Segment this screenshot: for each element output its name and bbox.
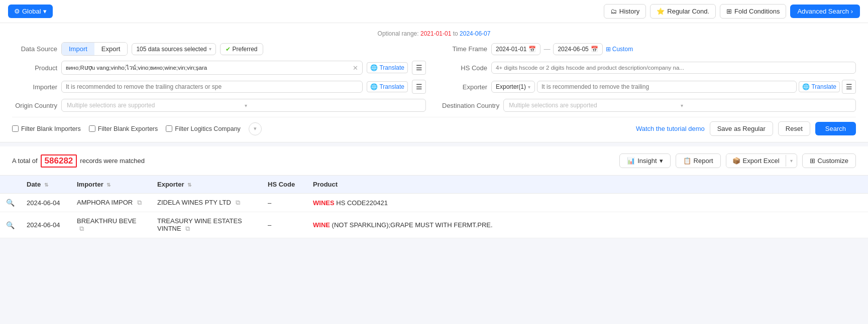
exporter-text-input[interactable] bbox=[541, 83, 792, 90]
filter-blank-importers-label[interactable]: Filter Blank Importers bbox=[12, 125, 81, 132]
col-importer-header: Importer ⇅ bbox=[71, 176, 151, 194]
chevron-down-icon: ▾ bbox=[245, 103, 420, 108]
importer-text-input[interactable] bbox=[66, 83, 358, 90]
regular-cond-label: Regular Cond. bbox=[667, 8, 709, 15]
date-from-input[interactable]: 2024-01-01 📅 bbox=[491, 43, 540, 55]
date-to-value: 2024-06-05 bbox=[558, 46, 588, 53]
product-input[interactable]: вино;Rượu vang;vinho;ไวน์;vino;вино;wine… bbox=[61, 61, 363, 75]
search-icon[interactable]: 🔍 bbox=[6, 199, 15, 207]
custom-label: Custom bbox=[612, 46, 633, 53]
range-from: 2021-01-01 bbox=[420, 30, 451, 37]
export-excel-arrow[interactable]: ▾ bbox=[786, 155, 797, 167]
global-button[interactable]: ⚙ Global ▾ bbox=[8, 5, 53, 18]
regular-cond-button[interactable]: ⭐ Regular Cond. bbox=[650, 4, 716, 19]
col-date-header: Date ⇅ bbox=[21, 176, 71, 194]
results-actions: 📊 Insight ▾ 📋 Report 📦 Export Excel ▾ ⊞ … bbox=[619, 153, 856, 168]
calendar-icon: 📅 bbox=[591, 46, 598, 53]
filter-blank-exporters-label[interactable]: Filter Blank Exporters bbox=[89, 125, 158, 132]
customize-icon: ⊞ bbox=[810, 157, 815, 165]
copy-icon[interactable]: ⧉ bbox=[79, 225, 84, 232]
exporter-extra-button[interactable]: ☰ bbox=[842, 80, 856, 94]
reset-button[interactable]: Reset bbox=[778, 121, 810, 136]
search-button[interactable]: Search bbox=[815, 122, 856, 135]
history-button[interactable]: 🗂 History bbox=[604, 4, 646, 19]
collapse-button[interactable]: ▾ bbox=[249, 122, 262, 135]
calendar-icon: 📅 bbox=[528, 46, 536, 53]
report-button[interactable]: 📋 Report bbox=[676, 153, 721, 168]
filter-logistics-checkbox[interactable] bbox=[166, 125, 172, 132]
search-icon[interactable]: 🔍 bbox=[6, 221, 15, 229]
hs-code-input[interactable] bbox=[491, 62, 856, 74]
origin-country-select[interactable]: Multiple selections are supported ▾ bbox=[61, 99, 426, 112]
report-label: Report bbox=[694, 157, 713, 165]
preferred-button[interactable]: ✔ Preferred bbox=[220, 43, 263, 55]
filter-blank-importers-checkbox[interactable] bbox=[12, 125, 19, 132]
row1-search-icon[interactable]: 🔍 bbox=[0, 194, 21, 212]
row1-importer: AMPHORA IMPOR ⧉ bbox=[71, 194, 151, 212]
fold-conditions-button[interactable]: ⊞ Fold Conditions bbox=[720, 4, 786, 19]
importer-extra-button[interactable]: ☰ bbox=[412, 80, 426, 94]
row2-search-icon[interactable]: 🔍 bbox=[0, 212, 21, 238]
list-icon: ☰ bbox=[416, 64, 422, 72]
translate-label: Translate bbox=[379, 83, 404, 90]
importer-translate-button[interactable]: 🌐 Translate bbox=[367, 81, 408, 92]
save-as-regular-button[interactable]: Save as Regular bbox=[710, 121, 773, 136]
filter-blank-exporters-text: Filter Blank Exporters bbox=[98, 125, 158, 132]
top-bar-left: ⚙ Global ▾ bbox=[8, 5, 53, 18]
sort-icon[interactable]: ⇅ bbox=[187, 182, 191, 188]
product-rest: (NOT SPARKLING);GRAPE MUST WITH FERMT.PR… bbox=[332, 221, 493, 229]
row1-product: WINES HS CODE220421 bbox=[307, 194, 868, 212]
data-sources-value: 105 data sources selected bbox=[136, 46, 206, 53]
row1-date: 2024-06-04 bbox=[21, 194, 71, 212]
copy-icon[interactable]: ⧉ bbox=[185, 225, 190, 232]
data-source-row: Data Source Import Export 105 data sourc… bbox=[12, 42, 426, 56]
product-extra-button[interactable]: ☰ bbox=[412, 61, 426, 75]
optional-range-label: Optional range: bbox=[378, 30, 419, 37]
chevron-down-icon: ▾ bbox=[209, 46, 211, 52]
importer-input[interactable] bbox=[61, 81, 363, 93]
sort-icon[interactable]: ⇅ bbox=[106, 182, 111, 188]
filter-blank-exporters-checkbox[interactable] bbox=[89, 125, 95, 132]
history-icon: 🗂 bbox=[610, 8, 617, 15]
importer-row: Importer 🌐 Translate ☰ bbox=[12, 80, 426, 94]
translate-button[interactable]: 🌐 Translate bbox=[367, 62, 408, 73]
product-label: Product bbox=[12, 64, 57, 72]
destination-country-select[interactable]: Multiple selections are supported ▾ bbox=[503, 99, 856, 112]
clear-icon[interactable]: ✕ bbox=[353, 64, 358, 72]
exporter-label: Exporter bbox=[442, 83, 487, 91]
destination-country-row: Destination Country Multiple selections … bbox=[442, 99, 856, 112]
exporter-input[interactable] bbox=[537, 81, 797, 93]
range-to: 2024-06-07 bbox=[460, 30, 490, 37]
chevron-down-icon: ▾ bbox=[681, 103, 850, 108]
advanced-search-button[interactable]: Advanced Search › bbox=[790, 5, 860, 18]
advanced-search-label: Advanced Search › bbox=[797, 8, 853, 15]
exporter-type-select[interactable]: Exporter(1) ▾ bbox=[491, 81, 535, 93]
copy-icon[interactable]: ⧉ bbox=[236, 199, 240, 206]
chevron-down-icon: ▾ bbox=[528, 84, 530, 90]
row1-hs-code: – bbox=[262, 194, 307, 212]
fold-icon: ⊞ bbox=[726, 8, 732, 15]
watch-tutorial-link[interactable]: Watch the tutorial demo bbox=[636, 125, 705, 132]
sort-icon[interactable]: ⇅ bbox=[44, 182, 48, 188]
customize-button[interactable]: ⊞ Customize bbox=[802, 153, 856, 168]
exporter-translate-button[interactable]: 🌐 Translate bbox=[799, 81, 840, 92]
chevron-down-icon: ▾ bbox=[254, 125, 257, 132]
table-row: 🔍 2024-06-04 AMPHORA IMPOR ⧉ ZIDELA WINE… bbox=[0, 194, 868, 212]
export-tab[interactable]: Export bbox=[94, 43, 128, 55]
filter-logistics-label[interactable]: Filter Logitics Company bbox=[166, 125, 241, 132]
results-summary: A total of 586282 records were matched bbox=[12, 154, 145, 168]
import-tab[interactable]: Import bbox=[62, 43, 94, 55]
row1-exporter: ZIDELA WINES PTY LTD ⧉ bbox=[151, 194, 262, 212]
date-to-input[interactable]: 2024-06-05 📅 bbox=[553, 43, 602, 55]
time-frame-row: Time Frame 2024-01-01 📅 — 2024-06-05 📅 ⊞… bbox=[442, 42, 856, 56]
data-sources-select[interactable]: 105 data sources selected ▾ bbox=[132, 43, 215, 55]
custom-link[interactable]: ⊞ Custom bbox=[606, 46, 633, 53]
export-excel-button[interactable]: 📦 Export Excel bbox=[726, 154, 786, 168]
copy-icon[interactable]: ⧉ bbox=[137, 199, 142, 206]
data-source-tabs: Import Export bbox=[61, 42, 128, 56]
filter-actions: Watch the tutorial demo Save as Regular … bbox=[636, 121, 856, 136]
filter-row: Filter Blank Importers Filter Blank Expo… bbox=[12, 117, 856, 136]
chart-icon: 📊 bbox=[627, 157, 635, 165]
insight-button[interactable]: 📊 Insight ▾ bbox=[619, 153, 670, 168]
product-highlight: WINES bbox=[313, 199, 335, 207]
